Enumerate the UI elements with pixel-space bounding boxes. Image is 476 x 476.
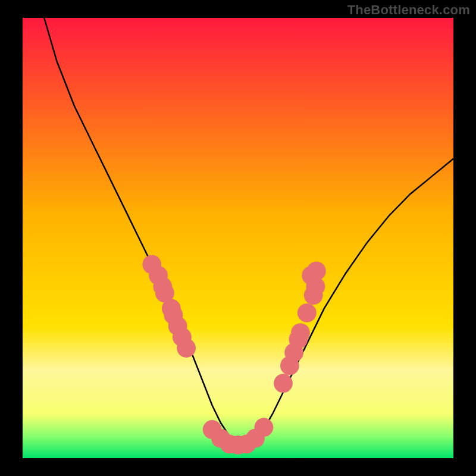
marker-point — [274, 374, 293, 393]
marker-point — [298, 303, 317, 322]
marker-point — [307, 262, 326, 281]
marker-point — [291, 323, 310, 342]
watermark-text: TheBottleneck.com — [347, 2, 470, 18]
chart-frame: TheBottleneck.com — [0, 0, 476, 476]
marker-point — [255, 418, 274, 437]
marker-point — [177, 339, 196, 358]
plot-background — [23, 18, 453, 458]
chart-svg — [0, 0, 476, 476]
